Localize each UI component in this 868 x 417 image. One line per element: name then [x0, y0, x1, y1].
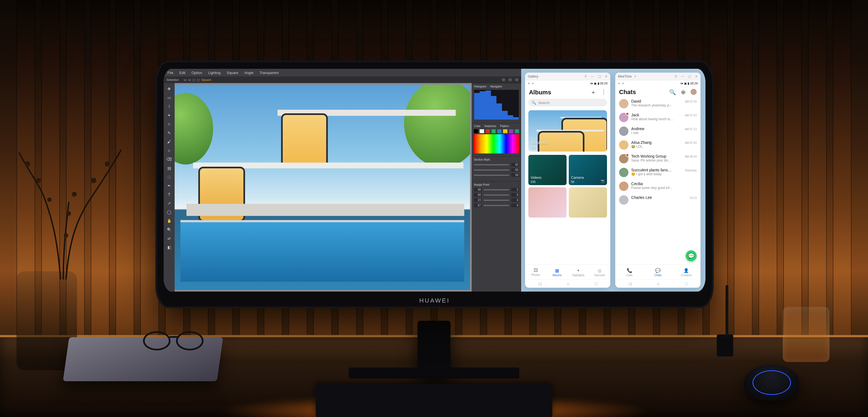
pen-tool-icon[interactable]: ✒ — [166, 183, 172, 189]
album-tile[interactable]: Videos235 — [528, 155, 566, 185]
window-titlebar[interactable]: MeeTime ↗ ⚲ — ▢ ✕ — [615, 72, 701, 80]
close-icon[interactable]: ✕ — [605, 75, 608, 79]
swatch[interactable] — [486, 129, 490, 133]
chat-item[interactable]: DavidAM 07:29The research yesterday yi… — [615, 97, 701, 111]
tab-highlights[interactable]: ✦Highlights — [568, 265, 589, 279]
tab-pattern[interactable]: Pattern — [500, 125, 509, 128]
chat-item[interactable]: Tech Working GroupAM 06:43Sasa: Pls advi… — [615, 152, 701, 166]
meetime-tabbar[interactable]: 📞Calls💬Chats👤Contacts — [615, 265, 701, 279]
brush-tool-icon[interactable]: 🖌 — [166, 139, 172, 145]
lasso-tool-icon[interactable]: ⌇ — [166, 103, 172, 110]
minimize-icon[interactable]: — — [681, 75, 684, 79]
wand-tool-icon[interactable]: ✦ — [166, 112, 172, 118]
menu-square[interactable]: Square — [227, 71, 238, 75]
recent-icon[interactable]: □ — [685, 281, 688, 286]
gallery-search[interactable]: 🔍 Search — [528, 99, 607, 107]
opt-icon[interactable]: ▭ — [188, 78, 191, 82]
menu-edit[interactable]: Edit — [179, 71, 185, 75]
window-titlebar[interactable]: Gallery ⚲ — ▢ ✕ — [525, 72, 610, 80]
crop-tool-icon[interactable]: ⌗ — [166, 121, 172, 127]
menu-angle[interactable]: Angle — [244, 71, 253, 75]
slider[interactable] — [484, 205, 509, 206]
stamp-tool-icon[interactable]: ⎌ — [166, 147, 172, 153]
album-tile[interactable] — [569, 187, 607, 217]
swatch[interactable] — [503, 129, 507, 133]
back-icon[interactable]: ◁ — [628, 281, 631, 286]
editor-optionsbar[interactable]: Selection ▭ ▭ ▢ ▢ Square — [164, 77, 521, 83]
android-navbar[interactable]: ◁ ○ □ — [525, 279, 610, 288]
fgbg-tool-icon[interactable]: ◧ — [166, 244, 172, 250]
editor-canvas[interactable] — [175, 83, 472, 292]
chat-item[interactable]: Alisa ZhangAM 07:03😂 LOL — [615, 138, 701, 152]
tab-discover[interactable]: ◎Discover — [589, 265, 610, 279]
swatch[interactable] — [497, 129, 501, 133]
panel-swatches[interactable]: Color Swatches Pattern — [472, 123, 521, 156]
swatch[interactable] — [515, 129, 519, 133]
chat-item[interactable]: Charles Lee10:13 — [615, 193, 701, 207]
hand-tool-icon[interactable]: ✋ — [166, 218, 172, 224]
slider[interactable] — [484, 200, 509, 201]
add-icon[interactable]: ⊕ — [681, 89, 686, 95]
album-tile[interactable]: Camera56📷 — [569, 155, 607, 185]
tab-albums[interactable]: ▦Albums — [547, 265, 568, 279]
shape-tool-icon[interactable]: ◯ — [166, 209, 172, 215]
tab-calls[interactable]: 📞Calls — [615, 265, 644, 279]
swatch[interactable] — [509, 129, 513, 133]
slider[interactable] — [474, 164, 509, 165]
more-icon[interactable]: ⋮ — [601, 89, 607, 96]
chat-item[interactable]: CeciliaFound some very good inf… — [615, 179, 701, 193]
swap-tool-icon[interactable]: ⇄ — [166, 235, 172, 241]
gradient-tool-icon[interactable]: ▤ — [166, 165, 172, 171]
slider[interactable] — [484, 195, 509, 196]
minimize-icon[interactable]: — — [591, 75, 594, 79]
marquee-tool-icon[interactable]: ▭ — [166, 95, 172, 101]
tab-navigator[interactable]: Navigator — [490, 85, 502, 88]
tab-histogram[interactable]: Histogram — [474, 85, 487, 88]
menu-lighting[interactable]: Lighting — [208, 71, 221, 75]
tab-photos[interactable]: 🖼Photos — [525, 265, 546, 279]
tab-contacts[interactable]: 👤Contacts — [672, 265, 701, 279]
gallery-tabbar[interactable]: 🖼Photos▦Albums✦Highlights◎Discover — [525, 265, 610, 279]
panel-histogram[interactable]: Histogram Navigator — [472, 83, 521, 123]
home-icon[interactable]: ○ — [566, 281, 569, 286]
tab-swatches[interactable]: Swatches — [484, 125, 496, 128]
tab-chats[interactable]: 💬Chats — [644, 265, 672, 279]
swatch[interactable] — [474, 129, 478, 133]
chat-item[interactable]: JackAM 07:23How about having lunch to… — [615, 111, 701, 124]
chat-item[interactable]: AndrewAM 07:13I see — [615, 124, 701, 138]
move-tool-icon[interactable]: ✥ — [166, 86, 172, 92]
android-navbar[interactable]: ◁ ○ □ — [615, 279, 701, 288]
editor-tool-palette[interactable]: ✥▭⌇✦⌗✎🖌⎌⌫▤◌✒T↗◯✋🔍⇄◧ — [164, 83, 175, 292]
panel-section-mark[interactable]: Section Mark 428334 — [472, 156, 521, 181]
path-tool-icon[interactable]: ↗ — [166, 200, 172, 206]
menu-option[interactable]: Option — [191, 71, 202, 75]
opt-icon[interactable]: ▭ — [184, 78, 186, 82]
opt-icon[interactable]: ▢ — [192, 78, 195, 82]
recent-icon[interactable]: □ — [595, 281, 598, 286]
search-icon[interactable]: 🔍 — [669, 89, 676, 95]
avatar-icon[interactable] — [691, 89, 696, 95]
album-all-photos[interactable]: All photos 234 — [528, 110, 607, 152]
tab-color[interactable]: Color — [474, 125, 480, 128]
blur-tool-icon[interactable]: ◌ — [166, 174, 172, 180]
close-icon[interactable]: ✕ — [695, 75, 698, 79]
slider[interactable] — [474, 175, 509, 176]
add-icon[interactable]: ＋ — [590, 89, 596, 96]
maximize-icon[interactable]: ▢ — [598, 75, 601, 79]
album-tile[interactable] — [528, 187, 566, 217]
color-spectrum[interactable] — [474, 134, 519, 153]
slider[interactable] — [474, 170, 509, 171]
text-tool-icon[interactable]: T — [166, 191, 172, 198]
slider[interactable] — [484, 189, 509, 190]
zoom-tool-icon[interactable]: 🔍 — [166, 227, 172, 233]
back-icon[interactable]: ◁ — [538, 281, 541, 286]
pin-icon[interactable]: ⚲ — [584, 75, 587, 79]
maximize-icon[interactable]: ▢ — [688, 75, 691, 79]
chat-item[interactable]: Succulent plants fans…Yesterday😊 I got a… — [615, 166, 701, 179]
eraser-tool-icon[interactable]: ⌫ — [166, 156, 172, 162]
swatch[interactable] — [479, 129, 484, 133]
chat-list[interactable]: DavidAM 07:29The research yesterday yi…J… — [615, 97, 701, 265]
swatch[interactable] — [492, 129, 496, 133]
menu-file[interactable]: File — [167, 71, 173, 75]
menu-transparent[interactable]: Transparent — [259, 71, 279, 75]
